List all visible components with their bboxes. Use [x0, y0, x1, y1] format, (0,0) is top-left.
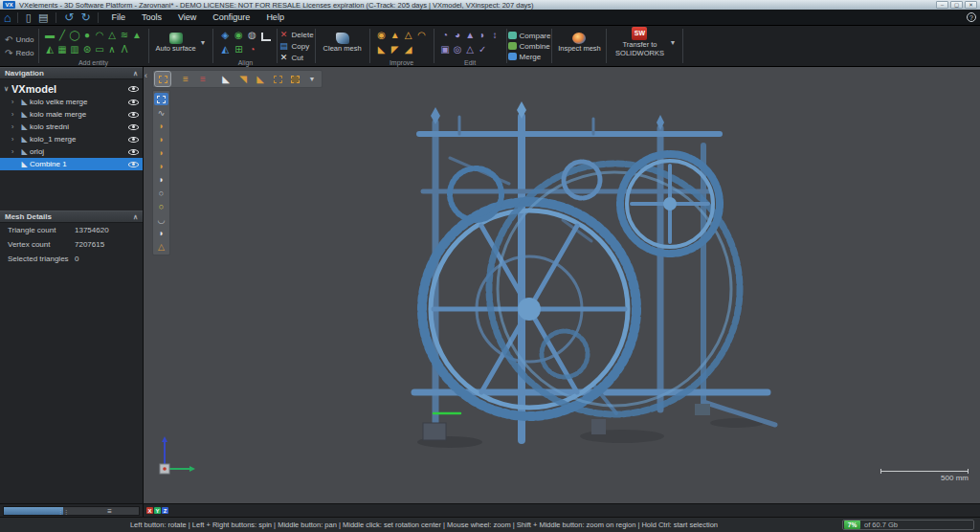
surface-align-icon[interactable]: ◍ [245, 29, 258, 43]
visibility-eye-icon[interactable] [128, 162, 139, 167]
add-ellipse-icon[interactable]: ◠ [94, 29, 106, 43]
visibility-eye-icon[interactable] [128, 100, 139, 105]
layers-color-icon[interactable]: ≡ [195, 72, 211, 86]
minimize-button[interactable]: – [936, 1, 948, 9]
maximize-button[interactable]: ▢ [950, 1, 963, 9]
flatten-icon[interactable]: △ [464, 43, 477, 57]
menu-configure[interactable]: Configure [206, 11, 256, 23]
navigation-panel-header[interactable]: Navigation ∧ [0, 67, 143, 79]
collapse-caret-icon[interactable]: ∧ [133, 70, 138, 78]
collapse-caret-icon[interactable]: ∧ [133, 213, 138, 221]
add-angle-icon[interactable]: Λ [119, 43, 131, 57]
grid-selection-icon[interactable] [155, 72, 170, 86]
add-sphere-icon[interactable]: ⊛ [81, 43, 94, 57]
auto-surface-dropdown-icon[interactable]: ▼ [198, 39, 209, 46]
viewport-3d[interactable]: ‹ ≡ ≡ ◣ ◥ ◣ ▼ ∿ ◗ ◗ ◗ ◗ ◗ ○ ○ ◡ ◗ △ [144, 67, 980, 503]
auto-surface-button[interactable]: Auto surface [154, 33, 198, 54]
dashed-region-icon[interactable] [270, 72, 285, 86]
axis-y-chip[interactable]: Y [154, 507, 161, 514]
visibility-eye-icon[interactable] [128, 112, 139, 118]
add-plane-icon[interactable]: ▬ [44, 29, 56, 43]
menu-tools[interactable]: Tools [135, 11, 168, 23]
grid-align-icon[interactable]: ⊞ [232, 43, 245, 57]
triangle-select-white-icon[interactable]: ◣ [218, 72, 234, 86]
probe-align-icon[interactable]: ◭ [218, 43, 232, 57]
fill-holes-icon[interactable]: ◉ [375, 29, 389, 43]
visibility-eye-icon[interactable] [128, 149, 139, 155]
triangle-lasso-icon[interactable]: ◣ [253, 72, 268, 86]
surface-edit-icon[interactable]: ◕ [452, 29, 464, 43]
tree-node[interactable]: › ◣ kolo male merge [0, 108, 143, 121]
visibility-eye-icon[interactable] [128, 137, 139, 143]
curve-edit-icon[interactable]: ◔ [439, 29, 452, 43]
sharpen-icon[interactable]: ◢ [402, 43, 415, 57]
rotate-region-icon[interactable]: ◎ [452, 43, 464, 57]
resize-icon[interactable]: ↕ [489, 29, 501, 43]
mesh-details-header[interactable]: Mesh Details ∧ [0, 211, 143, 223]
viewport-collapse-icon[interactable]: ‹ [145, 71, 147, 80]
combine-button[interactable]: Combine [508, 42, 551, 51]
scanned-mesh-clock-model[interactable] [144, 67, 980, 503]
triangle-outline-icon[interactable]: △ [154, 240, 168, 253]
dock-splitter-track[interactable]: ⋮⋮ ≡ [3, 506, 140, 516]
dropdown-arrow-icon[interactable]: ▼ [304, 72, 320, 86]
layers-visibility-icon[interactable]: ≡ [178, 72, 193, 86]
axis-z-chip[interactable]: Z [162, 507, 168, 514]
frame-corner-icon[interactable] [261, 33, 271, 41]
undo-button[interactable]: ↶Undo [5, 34, 34, 45]
bridge-icon[interactable]: ◠ [415, 29, 429, 43]
add-line-icon[interactable]: ╱ [56, 29, 69, 43]
add-grid-icon[interactable]: ▦ [56, 43, 69, 57]
best-fit-align-icon[interactable]: ◈ [218, 29, 232, 43]
add-triangle-icon[interactable]: △ [106, 29, 119, 43]
ellipse-gray-icon[interactable]: ○ [154, 187, 168, 199]
chevron-right-icon[interactable]: › [11, 111, 19, 118]
circle-yellow-icon[interactable]: ○ [154, 200, 168, 212]
add-triangles-icon[interactable]: △ [402, 29, 415, 43]
delete-button[interactable]: ✕Delete [278, 30, 313, 39]
copy-button[interactable]: ▤Copy [278, 41, 313, 51]
inspect-mesh-button[interactable]: Inspect mesh [557, 33, 601, 54]
contour-3-icon[interactable]: ◗ [154, 146, 168, 159]
save-icon[interactable]: ▤ [36, 12, 50, 23]
merge-button[interactable]: Merge [508, 53, 551, 61]
add-mesh-grid-icon[interactable]: ▥ [69, 43, 81, 57]
add-polyline-icon[interactable]: ∧ [106, 43, 119, 57]
add-slices-icon[interactable]: ≋ [119, 29, 131, 43]
redo-button[interactable]: ↷Redo [5, 48, 34, 58]
compare-button[interactable]: Compare [508, 32, 551, 40]
arc-icon[interactable]: ◡ [154, 213, 168, 226]
help-icon[interactable]: ? [967, 12, 976, 22]
cut-button[interactable]: ✕Cut [278, 53, 313, 62]
visibility-eye-icon[interactable] [128, 124, 139, 130]
chevron-right-icon[interactable]: › [11, 136, 19, 143]
tree-node[interactable]: › ◣ kolo stredni [0, 121, 143, 133]
tree-node-selected[interactable]: ◣ Combine 1 [0, 158, 143, 170]
menu-view[interactable]: View [171, 11, 203, 23]
axis-align-icon[interactable]: ◔ [245, 43, 258, 57]
tree-node-vxmodel[interactable]: ∨ VXmodel [0, 81, 143, 96]
sync-right-icon[interactable]: ↻ [78, 11, 92, 23]
clean-mesh-button[interactable]: Clean mesh [321, 33, 365, 54]
dashed-region-fill-icon[interactable] [287, 72, 302, 86]
transfer-solidworks-button[interactable]: SW Transfer to SOLIDWORKS [612, 27, 667, 57]
defeature-icon[interactable]: ◣ [375, 43, 389, 57]
triangle-select-orange-icon[interactable]: ◥ [235, 72, 251, 86]
waterproof-icon[interactable]: ✓ [477, 43, 489, 57]
target-align-icon[interactable]: ◉ [232, 29, 245, 43]
list-view-icon[interactable]: ≡ [107, 508, 112, 516]
add-rectangle-icon[interactable]: ▭ [94, 43, 106, 57]
decimate-icon[interactable]: ▲ [464, 29, 477, 43]
copy-region-icon[interactable]: ▣ [439, 43, 452, 57]
visibility-eye-icon[interactable] [128, 86, 139, 92]
new-document-icon[interactable]: ▯ [24, 12, 33, 23]
fix-triangles-icon[interactable]: ▲ [389, 29, 402, 43]
tree-node[interactable]: › ◣ kolo velke merge [0, 96, 143, 108]
contour-1-icon[interactable]: ◗ [154, 120, 168, 132]
rectangle-selection-icon[interactable] [154, 93, 168, 105]
chevron-right-icon[interactable]: › [11, 148, 19, 155]
contour-white-icon[interactable]: ◗ [154, 173, 168, 186]
contour-5-icon[interactable]: ◗ [154, 227, 168, 239]
freeform-selection-icon[interactable]: ∿ [154, 106, 168, 119]
smooth-icon[interactable]: ◤ [389, 43, 402, 57]
